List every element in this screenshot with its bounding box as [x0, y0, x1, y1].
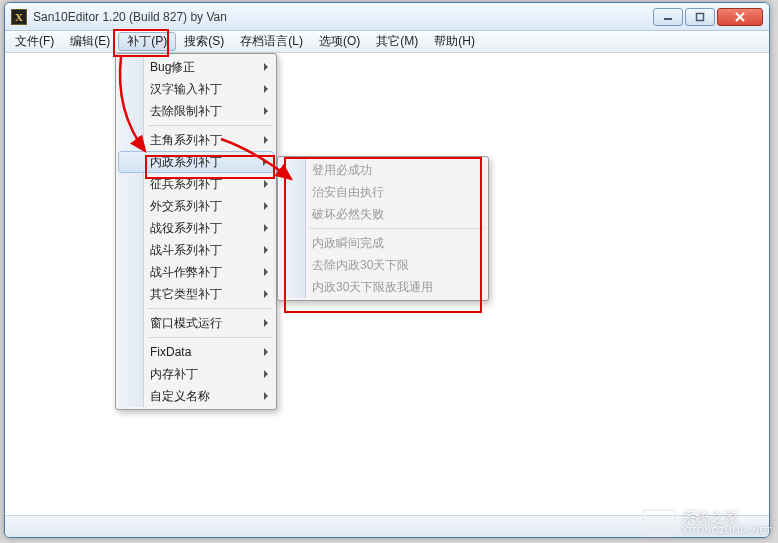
- app-window: X San10Editor 1.20 (Build 827) by Van 文件…: [4, 2, 770, 538]
- neizheng-submenu: 登用必成功治安自由执行破坏必然失败内政瞬间完成去除内政30天下限内政30天下限敌…: [277, 156, 489, 301]
- patch-menu-item[interactable]: 去除限制补丁: [118, 100, 274, 122]
- statusbar: [5, 515, 769, 537]
- patch-menu-item-label: 外交系列补丁: [150, 198, 222, 215]
- neizheng-submenu-item-label: 登用必成功: [312, 162, 372, 179]
- patch-menu-separator: [148, 125, 272, 126]
- patch-menu-item[interactable]: 征兵系列补丁: [118, 173, 274, 195]
- menu-item-3[interactable]: 搜索(S): [176, 31, 232, 52]
- neizheng-submenu-item-label: 去除内政30天下限: [312, 257, 409, 274]
- patch-dropdown: Bug修正汉字输入补丁去除限制补丁主角系列补丁内政系列补丁征兵系列补丁外交系列补…: [115, 53, 277, 410]
- submenu-arrow-icon: [264, 224, 268, 232]
- neizheng-submenu-item[interactable]: 内政30天下限敌我通用: [280, 276, 486, 298]
- patch-menu-item-label: 征兵系列补丁: [150, 176, 222, 193]
- patch-menu-item[interactable]: 战役系列补丁: [118, 217, 274, 239]
- svg-rect-1: [697, 13, 704, 20]
- maximize-button[interactable]: [685, 8, 715, 26]
- submenu-arrow-icon: [264, 392, 268, 400]
- patch-menu-item-label: Bug修正: [150, 59, 195, 76]
- patch-menu-item-label: 内存补丁: [150, 366, 198, 383]
- minimize-button[interactable]: [653, 8, 683, 26]
- submenu-arrow-icon: [263, 158, 267, 166]
- patch-menu-item-label: 战斗作弊补丁: [150, 264, 222, 281]
- menubar: 文件(F)编辑(E)补丁(P)搜索(S)存档语言(L)选项(O)其它(M)帮助(…: [5, 31, 769, 53]
- patch-menu-separator: [148, 308, 272, 309]
- menu-item-0[interactable]: 文件(F): [7, 31, 62, 52]
- patch-menu-item[interactable]: FixData: [118, 341, 274, 363]
- patch-menu-item[interactable]: 窗口模式运行: [118, 312, 274, 334]
- submenu-arrow-icon: [264, 370, 268, 378]
- patch-menu-item[interactable]: 内存补丁: [118, 363, 274, 385]
- submenu-arrow-icon: [264, 136, 268, 144]
- close-button[interactable]: [717, 8, 763, 26]
- patch-menu-item[interactable]: 战斗系列补丁: [118, 239, 274, 261]
- submenu-arrow-icon: [264, 180, 268, 188]
- app-icon: X: [11, 9, 27, 25]
- neizheng-submenu-item[interactable]: 登用必成功: [280, 159, 486, 181]
- submenu-arrow-icon: [264, 290, 268, 298]
- neizheng-submenu-item-label: 内政瞬间完成: [312, 235, 384, 252]
- neizheng-submenu-separator: [310, 228, 484, 229]
- submenu-arrow-icon: [264, 85, 268, 93]
- menu-item-6[interactable]: 其它(M): [368, 31, 426, 52]
- patch-menu-item-label: 去除限制补丁: [150, 103, 222, 120]
- patch-menu-item-label: 主角系列补丁: [150, 132, 222, 149]
- patch-menu-item[interactable]: 内政系列补丁: [118, 151, 274, 173]
- patch-menu-item[interactable]: 自定义名称: [118, 385, 274, 407]
- patch-menu-item-label: FixData: [150, 345, 191, 359]
- patch-menu-item-label: 内政系列补丁: [150, 154, 222, 171]
- patch-menu-item-label: 自定义名称: [150, 388, 210, 405]
- patch-menu-item[interactable]: 其它类型补丁: [118, 283, 274, 305]
- neizheng-submenu-item-label: 破坏必然失败: [312, 206, 384, 223]
- neizheng-submenu-item[interactable]: 治安自由执行: [280, 181, 486, 203]
- submenu-arrow-icon: [264, 246, 268, 254]
- neizheng-submenu-item[interactable]: 去除内政30天下限: [280, 254, 486, 276]
- submenu-arrow-icon: [264, 202, 268, 210]
- menu-item-2[interactable]: 补丁(P): [118, 32, 176, 51]
- neizheng-submenu-item-label: 治安自由执行: [312, 184, 384, 201]
- submenu-arrow-icon: [264, 107, 268, 115]
- patch-menu-item[interactable]: 主角系列补丁: [118, 129, 274, 151]
- patch-menu-item-label: 战役系列补丁: [150, 220, 222, 237]
- patch-menu-item-label: 其它类型补丁: [150, 286, 222, 303]
- titlebar: X San10Editor 1.20 (Build 827) by Van: [5, 3, 769, 31]
- menu-item-7[interactable]: 帮助(H): [426, 31, 483, 52]
- patch-menu-item-label: 窗口模式运行: [150, 315, 222, 332]
- neizheng-submenu-item[interactable]: 破坏必然失败: [280, 203, 486, 225]
- patch-menu-item-label: 汉字输入补丁: [150, 81, 222, 98]
- submenu-arrow-icon: [264, 348, 268, 356]
- neizheng-submenu-item-label: 内政30天下限敌我通用: [312, 279, 433, 296]
- patch-menu-item[interactable]: 汉字输入补丁: [118, 78, 274, 100]
- patch-menu-item[interactable]: 战斗作弊补丁: [118, 261, 274, 283]
- menu-item-5[interactable]: 选项(O): [311, 31, 368, 52]
- window-title: San10Editor 1.20 (Build 827) by Van: [33, 10, 653, 24]
- neizheng-submenu-item[interactable]: 内政瞬间完成: [280, 232, 486, 254]
- submenu-arrow-icon: [264, 319, 268, 327]
- patch-menu-separator: [148, 337, 272, 338]
- menu-item-1[interactable]: 编辑(E): [62, 31, 118, 52]
- submenu-arrow-icon: [264, 268, 268, 276]
- submenu-arrow-icon: [264, 63, 268, 71]
- window-controls: [653, 8, 763, 26]
- patch-menu-item-label: 战斗系列补丁: [150, 242, 222, 259]
- patch-menu-item[interactable]: 外交系列补丁: [118, 195, 274, 217]
- patch-menu-item[interactable]: Bug修正: [118, 56, 274, 78]
- menu-item-4[interactable]: 存档语言(L): [232, 31, 311, 52]
